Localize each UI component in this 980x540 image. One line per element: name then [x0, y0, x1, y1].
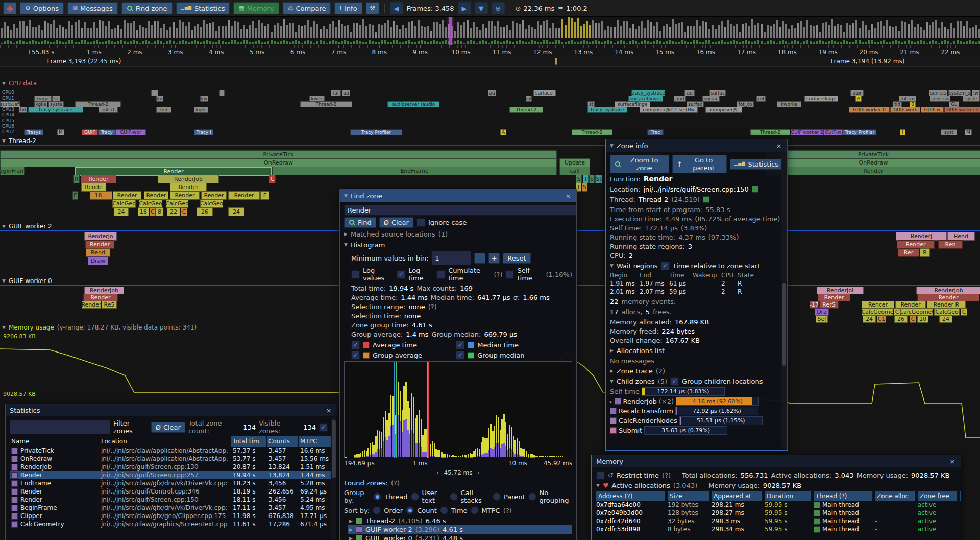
restrict-time-checkbox[interactable]: [596, 471, 605, 480]
wait-region-row[interactable]: 1.91 ms1.97 ms61 μs-2R: [610, 279, 783, 288]
timeline-zone[interactable]: 24: [114, 207, 129, 216]
memory-title-bar[interactable]: Memory ×: [592, 455, 961, 467]
cpu-zone[interactable]: GUIF worker 0: [849, 107, 890, 113]
cpu-zone[interactable]: M: [57, 129, 64, 135]
timeline-zone[interactable]: Render: [895, 301, 926, 309]
zone-info-scrollbar[interactable]: [781, 153, 787, 449]
min-bin-decrease-button[interactable]: -: [474, 253, 485, 264]
messages-button[interactable]: ✉Messages: [67, 2, 118, 14]
cpu-zone[interactable]: au: [684, 90, 695, 96]
timeline-zone[interactable]: call: [559, 167, 590, 175]
timeline-zone[interactable]: Render: [81, 175, 116, 183]
timeline-zone[interactable]: Render: [766, 167, 980, 175]
statistics-row[interactable]: PrivateTickjni/../jni/src/claw/applicati…: [10, 447, 333, 455]
cpu-zone[interactable]: kworke: [777, 101, 801, 107]
find-zone-histogram[interactable]: [344, 361, 572, 458]
statistics-row[interactable]: EndFramejni/../jni/src/claw/gfx/drv/vk/D…: [10, 479, 333, 487]
column-header-appeared-at[interactable]: Appeared at: [712, 491, 763, 501]
column-header-thread[interactable]: Thread (?): [814, 491, 873, 501]
log-time-checkbox[interactable]: [397, 270, 405, 279]
wait-region-row[interactable]: 2.01 ms2.07 ms59 μs-2R: [610, 288, 783, 296]
close-icon[interactable]: ×: [325, 407, 333, 414]
column-header-name[interactable]: Name: [10, 436, 100, 447]
timeline-zone[interactable]: S: [589, 175, 595, 183]
timeline-zone[interactable]: RenderJ: [896, 232, 947, 241]
cpu-zone[interactable]: fal: [331, 90, 341, 96]
sort-by-radio-order[interactable]: [373, 506, 381, 514]
cpu-zone[interactable]: rol: [756, 96, 766, 102]
timeline-zone[interactable]: R: [74, 175, 80, 183]
statistics-scrollbar[interactable]: [331, 417, 336, 539]
filter-zones-input[interactable]: [10, 420, 110, 434]
clear-button[interactable]: ØClear: [379, 217, 413, 228]
timeline-zone[interactable]: BeginFrame: [0, 167, 24, 175]
scrollbar-thumb[interactable]: [782, 283, 786, 366]
cpu-zone[interactable]: [219, 90, 225, 96]
timeline-zone[interactable]: 18…: [90, 191, 112, 200]
allocation-row[interactable]: 0x7e049b3d00128 bytes298.27 ms59.95 sMai…: [596, 509, 957, 517]
column-header-call-stack[interactable]: Call stack: [960, 491, 961, 501]
timeline-zone[interactable]: Render R: [927, 301, 966, 309]
cpu-zone[interactable]: surfacef: [533, 90, 556, 96]
timeline-zone[interactable]: Re5: [102, 301, 117, 309]
column-header-zone-alloc[interactable]: Zone alloc: [875, 491, 916, 501]
legend-checkbox-group-average[interactable]: [351, 351, 360, 360]
power-button[interactable]: ◉: [3, 2, 16, 14]
focus-frame-button[interactable]: ⊕: [492, 2, 505, 14]
cpu-zone[interactable]: syste: [963, 96, 980, 102]
column-header-total-tim[interactable]: Total tim: [231, 436, 267, 447]
timeline-zone[interactable]: C: [269, 175, 276, 183]
statistics-row[interactable]: Clipperjni/../jni/src/claw/gfx/geo/Clipp…: [10, 512, 333, 520]
timeline-zone[interactable]: -17: [810, 301, 819, 309]
close-icon[interactable]: ×: [948, 458, 957, 465]
thread-header-guif-worker-2[interactable]: ▼GUIF worker 2: [2, 222, 52, 230]
timeline-zone[interactable]: CalcGeo: [112, 199, 136, 208]
collapse-icon[interactable]: ▼: [596, 483, 600, 488]
group-by-radio-user-text[interactable]: [411, 492, 419, 501]
cpu-zone[interactable]: GUIF-w: [921, 107, 944, 113]
timeline-zone[interactable]: Render: [82, 301, 101, 309]
timeline-zone[interactable]: Render: [83, 294, 118, 301]
legend-checkbox-group-median[interactable]: [456, 351, 464, 360]
cpu-zone[interactable]: M: [965, 129, 972, 135]
timeline-zone[interactable]: C: [894, 308, 900, 316]
cpu-zone[interactable]: Trac: [647, 129, 664, 135]
collapse-icon[interactable]: ▼: [610, 143, 614, 148]
cpu-zone[interactable]: syst: [941, 129, 957, 135]
relative-time-checkbox[interactable]: [661, 262, 670, 270]
timeline-zone[interactable]: PrivateTick: [0, 150, 557, 159]
timeline-zone[interactable]: F: [72, 191, 78, 200]
timeline-zone[interactable]: CalcGeome: [862, 308, 893, 316]
timeline-zone[interactable]: OnRedraw: [766, 158, 980, 167]
collapse-icon[interactable]: ▼: [610, 379, 614, 384]
timeline-zone[interactable]: 8: [156, 207, 163, 216]
cpu-data-header[interactable]: ▼CPU data: [2, 79, 37, 87]
cpu-zone[interactable]: tracy_systrace: [587, 107, 627, 113]
column-header-address[interactable]: Address (?): [596, 491, 666, 501]
find-zone-search-input[interactable]: Render: [344, 205, 576, 216]
cpu-zone[interactable]: GUIF-wor: [115, 129, 146, 135]
column-header-mtpc[interactable]: MTPC: [299, 436, 333, 447]
expand-icon[interactable]: ▶: [344, 231, 348, 237]
timeline-zone[interactable]: S: [582, 183, 587, 192]
tools-button[interactable]: ⚒: [366, 2, 379, 14]
timeline-zone[interactable]: C: [150, 207, 156, 216]
column-header-duration[interactable]: Duration: [765, 491, 812, 501]
child-zone-row[interactable]: Self time172.14 μs (3.83%): [610, 387, 783, 396]
timeline-zone[interactable]: RenderJob: [158, 175, 219, 183]
log-values-checkbox[interactable]: [351, 270, 360, 279]
cpu-zone[interactable]: audioserver (audio: [387, 101, 439, 107]
min-bin-increase-button[interactable]: +: [488, 253, 500, 264]
cpu-zone[interactable]: Trasys: [24, 129, 43, 135]
timeline-zone[interactable]: 24: [863, 315, 876, 323]
sort-by-radio-time[interactable]: [440, 506, 448, 514]
cpu-zone[interactable]: Tracy Profiler: [350, 129, 402, 135]
memory-usage-header[interactable]: ▼Memory usage(y-range: 178.27 KB, visibl…: [2, 323, 197, 332]
zone-info-title-bar[interactable]: ▼ Zone info ×: [606, 139, 787, 152]
collapse-icon[interactable]: ▼: [610, 263, 614, 268]
expand-icon[interactable]: ▶: [610, 348, 614, 353]
timeline-zone[interactable]: 24: [939, 315, 952, 323]
timeline-zone[interactable]: Draw: [88, 256, 108, 265]
close-icon[interactable]: ×: [564, 192, 572, 200]
timeline-zone[interactable]: RenderJo: [84, 232, 117, 241]
